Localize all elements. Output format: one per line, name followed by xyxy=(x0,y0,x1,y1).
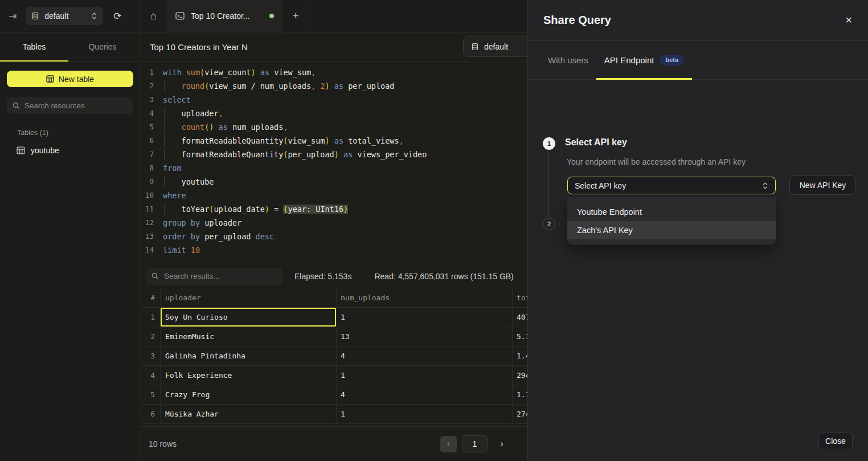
sidebar-collapse-icon[interactable]: ⇥ xyxy=(9,11,17,21)
close-icon[interactable]: ✕ xyxy=(845,15,853,26)
cell-num-uploads[interactable]: 1 xyxy=(337,366,513,385)
search-icon xyxy=(152,272,159,280)
database-selector-label: default xyxy=(44,11,68,21)
new-table-label: New table xyxy=(59,75,94,84)
line-number: 12 xyxy=(141,216,154,230)
query-tab[interactable]: Top 10 Creator... xyxy=(167,0,282,32)
cell-num-uploads[interactable]: 4 xyxy=(337,346,513,365)
cell-uploader[interactable]: Músika Azhar xyxy=(161,405,337,423)
cell-num-uploads[interactable]: 1 xyxy=(337,405,513,423)
next-page-button[interactable]: › xyxy=(496,436,508,452)
cell-uploader[interactable]: Folk Experience xyxy=(161,366,337,385)
api-key-option[interactable]: Zach's API Key xyxy=(567,221,776,239)
code-text: round(view_sum / num_uploads, 2) as per_… xyxy=(163,79,394,93)
home-button[interactable]: ⌂ xyxy=(140,0,167,32)
beta-badge: beta xyxy=(660,55,684,66)
database-selector[interactable]: default xyxy=(26,7,103,25)
tab-api-endpoint[interactable]: API Endpoint beta xyxy=(596,41,692,79)
line-number: 7 xyxy=(141,148,154,161)
share-panel-header: Share Query ✕ xyxy=(528,0,868,41)
line-number: 6 xyxy=(141,134,154,148)
code-text: youtube xyxy=(163,175,214,189)
column-header-uploader: uploader xyxy=(161,288,337,307)
code-text: with sum(view_count) as view_sum, xyxy=(163,66,316,79)
pagination: ‹ 1 › xyxy=(440,435,508,452)
topbar-left: ⇥ default ⟳ xyxy=(0,0,140,32)
read-stat: Read: 4,557,605,031 rows (151.15 GB) xyxy=(374,272,513,281)
cell-uploader[interactable]: Galinha Pintadinha xyxy=(161,346,337,365)
code-text: where xyxy=(163,189,186,202)
search-icon xyxy=(13,102,20,109)
code-text: formatReadableQuantity(view_sum) as tota… xyxy=(163,134,404,148)
code-text: uploader, xyxy=(163,107,223,120)
line-number: 9 xyxy=(141,175,154,189)
unsaved-indicator-dot xyxy=(269,14,274,18)
close-button[interactable]: Close xyxy=(818,432,853,450)
code-text: toYear(upload_date) = {year: UInt16} xyxy=(163,202,348,216)
line-number: 5 xyxy=(141,120,154,134)
row-count: 10 rows xyxy=(149,439,177,448)
line-number: 2 xyxy=(141,79,154,93)
code-text: group by uploader xyxy=(163,216,241,230)
refresh-icon[interactable]: ⟳ xyxy=(113,11,121,21)
cell-uploader[interactable]: EminemMusic xyxy=(161,327,337,346)
api-key-option[interactable]: Youtube Endpoint xyxy=(567,203,776,221)
tab-tables[interactable]: Tables xyxy=(0,32,68,61)
cell-num-uploads[interactable]: 13 xyxy=(337,327,513,346)
new-table-button[interactable]: New table xyxy=(7,71,133,87)
line-number: 11 xyxy=(141,202,154,216)
new-api-key-button[interactable]: New API Key xyxy=(789,176,856,195)
database-icon xyxy=(471,43,479,51)
line-number: 14 xyxy=(141,243,154,257)
cell-num-uploads[interactable]: 1 xyxy=(337,308,513,327)
search-resources-input[interactable]: Search resources xyxy=(7,97,133,114)
row-number: 4 xyxy=(141,366,161,385)
code-text: count() as num_uploads, xyxy=(163,120,288,134)
line-number: 13 xyxy=(141,230,154,243)
tables-section-label: Tables (1) xyxy=(17,129,140,137)
row-number: 1 xyxy=(141,308,161,327)
chevron-updown-icon xyxy=(91,12,97,20)
api-key-select-value: Select API key xyxy=(575,181,626,190)
new-tab-button[interactable]: + xyxy=(282,0,309,32)
share-panel-body: 1 Select API key Your endpoint will be a… xyxy=(528,80,868,399)
share-query-panel: Share Query ✕ With users API Endpoint be… xyxy=(527,0,868,461)
database-chip-label: default xyxy=(484,42,508,51)
table-icon xyxy=(17,146,25,154)
tab-with-users[interactable]: With users xyxy=(548,41,588,79)
column-header-num_uploads: num_uploads xyxy=(337,288,513,307)
table-item-label: youtube xyxy=(31,146,59,155)
code-text: select xyxy=(163,93,191,107)
terminal-icon xyxy=(175,11,185,21)
row-number: 6 xyxy=(141,405,161,423)
api-key-select[interactable]: Select API key xyxy=(567,177,776,194)
table-icon xyxy=(46,75,54,83)
tab-queries[interactable]: Queries xyxy=(68,32,137,61)
query-title: Top 10 Creators in Year N xyxy=(150,42,248,52)
search-results-input[interactable]: Search results... xyxy=(146,268,282,285)
code-text: formatReadableQuantity(per_upload) as vi… xyxy=(163,148,427,161)
cell-num-uploads[interactable]: 4 xyxy=(337,385,513,404)
current-page[interactable]: 1 xyxy=(462,435,488,452)
line-number: 3 xyxy=(141,93,154,107)
api-key-dropdown-menu: Youtube EndpointZach's API Key xyxy=(567,197,776,245)
elapsed-stat: Elapsed: 5.153s xyxy=(294,272,351,281)
sidebar-table-item[interactable]: youtube xyxy=(0,142,140,158)
select-api-key-heading: Select API key xyxy=(565,137,627,148)
tables-list: youtube xyxy=(0,142,140,158)
cell-uploader[interactable]: Soy Un Curioso xyxy=(161,308,337,327)
share-panel-title: Share Query xyxy=(543,14,611,27)
query-tab-label: Top 10 Creator... xyxy=(191,11,250,21)
search-resources-placeholder: Search resources xyxy=(24,101,85,110)
select-api-key-description: Your endpoint will be accessed through a… xyxy=(567,157,746,166)
cell-uploader[interactable]: Crazy Frog xyxy=(161,385,337,404)
chevron-updown-icon xyxy=(762,182,768,190)
home-icon: ⌂ xyxy=(150,10,157,22)
share-panel-tabs: With users API Endpoint beta xyxy=(528,41,868,80)
prev-page-button[interactable]: ‹ xyxy=(440,436,457,452)
search-results-placeholder: Search results... xyxy=(164,272,220,280)
code-text: order by per_upload desc xyxy=(163,230,274,243)
topbar-tabs: ⌂ Top 10 Creator... + xyxy=(140,0,309,32)
row-number: 2 xyxy=(141,327,161,346)
line-number: 4 xyxy=(141,107,154,120)
